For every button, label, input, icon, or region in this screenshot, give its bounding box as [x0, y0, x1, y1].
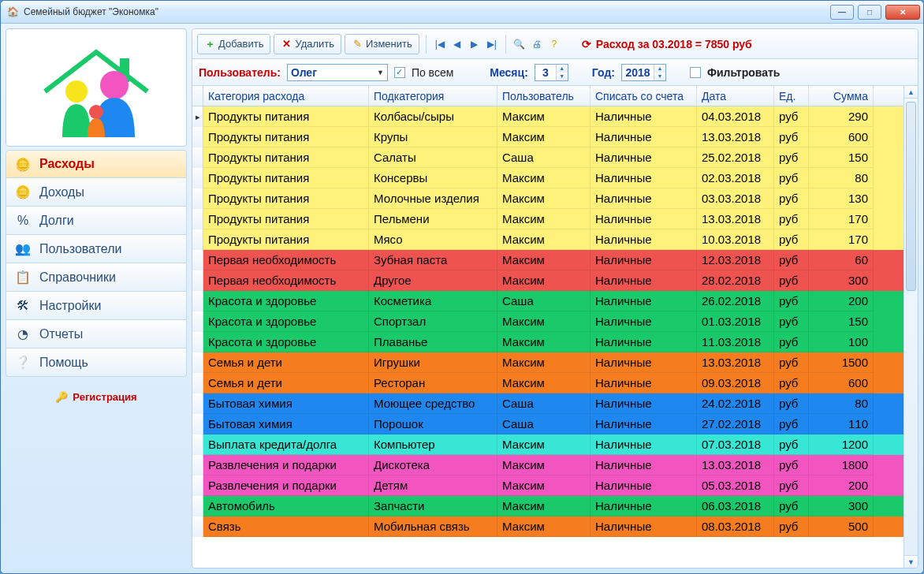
table-row[interactable]: Продукты питанияКрупыМаксимНаличные13.03… — [192, 127, 904, 147]
prev-icon[interactable]: ◀ — [450, 37, 464, 51]
close-button[interactable]: ✕ — [885, 5, 920, 20]
cell-category: Связь — [203, 516, 369, 537]
table-row[interactable]: Выплата кредита/долгаКомпьютерМаксимНали… — [192, 434, 904, 455]
cell-category: Продукты питания — [203, 147, 369, 168]
header-category[interactable]: Категория расхода — [203, 86, 369, 106]
header-sum[interactable]: Сумма — [809, 86, 874, 106]
row-indicator — [192, 414, 203, 434]
scroll-down-icon[interactable]: ▼ — [904, 555, 918, 568]
next-icon[interactable]: ▶ — [468, 37, 482, 51]
sidebar-item-4[interactable]: 📋Справочники — [6, 263, 187, 292]
table-row[interactable]: Развлечения и подаркиДетямМаксимНаличные… — [192, 475, 904, 496]
row-indicator — [192, 434, 203, 455]
sidebar-item-6[interactable]: ◔Отчеты — [6, 320, 187, 348]
table-row[interactable]: Продукты питанияСалатыСашаНаличные25.02.… — [192, 147, 904, 168]
scroll-thumb[interactable] — [906, 102, 916, 291]
down-icon[interactable]: ▼ — [557, 73, 568, 80]
table-row[interactable]: ▸Продукты питанияКолбасы/сырыМаксимНалич… — [192, 106, 904, 127]
table-row[interactable]: Красота и здоровьеКосметикаСашаНаличные2… — [192, 291, 904, 311]
sidebar-item-3[interactable]: 👥Пользователи — [6, 235, 187, 263]
scroll-up-icon[interactable]: ▲ — [904, 86, 918, 99]
year-spinner[interactable]: 2018 ▲▼ — [621, 64, 666, 81]
pencil-icon: ✎ — [352, 39, 363, 50]
month-value: 3 — [535, 66, 556, 79]
cell-subcategory: Дискотека — [369, 455, 497, 475]
add-button[interactable]: ＋Добавить — [197, 34, 270, 54]
cell-category: Развлечения и подарки — [203, 455, 369, 475]
print-icon[interactable]: 🖨 — [530, 37, 544, 51]
table-row[interactable]: СвязьМобильная связьМаксимНаличные08.03.… — [192, 516, 904, 537]
help-icon[interactable]: ? — [547, 37, 561, 51]
cell-category: Продукты питания — [203, 168, 369, 188]
cell-sum: 80 — [809, 168, 874, 188]
sidebar-item-7[interactable]: ❔Помощь — [6, 348, 187, 377]
cell-sum: 200 — [809, 475, 874, 496]
minimize-button[interactable]: — — [830, 5, 854, 20]
table-row[interactable]: Бытовая химияПорошокСашаНаличные27.02.20… — [192, 414, 904, 434]
table-row[interactable]: Первая необходимостьЗубная пастаМаксимНа… — [192, 250, 904, 270]
cell-date: 05.03.2018 — [697, 475, 774, 496]
table-row[interactable]: Продукты питанияКонсервыМаксимНаличные02… — [192, 168, 904, 188]
header-date[interactable]: Дата — [697, 86, 774, 106]
grid-body: ▸Продукты питанияКолбасы/сырыМаксимНалич… — [192, 106, 904, 568]
table-row[interactable]: Развлечения и подаркиДискотекаМаксимНали… — [192, 455, 904, 475]
sidebar-item-2[interactable]: %Долги — [6, 207, 187, 235]
header-account[interactable]: Списать со счета — [591, 86, 697, 106]
table-row[interactable]: Красота и здоровьеСпортзалМаксимНаличные… — [192, 311, 904, 332]
cell-user: Максим — [497, 475, 591, 496]
cell-unit: руб — [774, 106, 809, 127]
cell-account: Наличные — [591, 291, 697, 311]
cell-subcategory: Крупы — [369, 127, 497, 147]
cell-unit: руб — [774, 516, 809, 537]
delete-button[interactable]: ✕Удалить — [274, 34, 341, 54]
application-window: 🏠 Семейный бюджет "Экономка" — □ ✕ — [0, 0, 924, 574]
sidebar-item-1[interactable]: 🪙Доходы — [6, 178, 187, 207]
cell-subcategory: Запчасти — [369, 496, 497, 516]
last-icon[interactable]: ▶| — [485, 37, 499, 51]
search-icon[interactable]: 🔍 — [512, 37, 527, 51]
down-icon[interactable]: ▼ — [654, 73, 665, 80]
table-row[interactable]: Продукты питанияПельмениМаксимНаличные13… — [192, 209, 904, 229]
row-indicator — [192, 147, 203, 168]
up-icon[interactable]: ▲ — [654, 65, 665, 73]
table-row[interactable]: Первая необходимостьДругоеМаксимНаличные… — [192, 270, 904, 291]
sidebar-item-label: Отчеты — [39, 327, 83, 341]
row-indicator — [192, 352, 203, 373]
list-icon: 📋 — [14, 269, 32, 286]
table-row[interactable]: Красота и здоровьеПлаваньеМаксимНаличные… — [192, 332, 904, 352]
sidebar-item-label: Справочники — [39, 270, 116, 285]
filter-checkbox[interactable] — [690, 67, 701, 78]
cell-user: Максим — [497, 250, 591, 270]
table-row[interactable]: Продукты питанияМясоМаксимНаличные10.03.… — [192, 229, 904, 250]
cell-sum: 500 — [809, 516, 874, 537]
register-link[interactable]: 🔑 Регистрация — [6, 391, 187, 403]
month-spinner[interactable]: 3 ▲▼ — [535, 64, 568, 81]
cell-sum: 200 — [809, 291, 874, 311]
table-row[interactable]: Бытовая химияМоющее средствоСашаНаличные… — [192, 393, 904, 414]
sidebar-item-0[interactable]: 🪙Расходы — [6, 150, 187, 178]
header-user[interactable]: Пользователь — [497, 86, 591, 106]
header-subcategory[interactable]: Подкатегория — [369, 86, 497, 106]
main-panel: ＋Добавить ✕Удалить ✎Изменить |◀ ◀ ▶ ▶| 🔍… — [192, 28, 918, 568]
row-indicator: ▸ — [192, 106, 203, 127]
table-row[interactable]: АвтомобильЗапчастиМаксимНаличные06.03.20… — [192, 496, 904, 516]
sidebar-item-5[interactable]: 🛠Настройки — [6, 292, 187, 320]
edit-button[interactable]: ✎Изменить — [345, 34, 419, 54]
cell-date: 08.03.2018 — [697, 516, 774, 537]
vertical-scrollbar[interactable]: ▲ ▼ — [904, 86, 918, 568]
user-combo[interactable]: Олег ▼ — [287, 64, 388, 81]
cell-sum: 290 — [809, 106, 874, 127]
nav-menu: 🪙Расходы🪙Доходы%Долги👥Пользователи📋Справ… — [6, 150, 187, 377]
table-row[interactable]: Семья и детиРесторанМаксимНаличные09.03.… — [192, 373, 904, 393]
expense-label: Расход за 03.2018 = — [596, 38, 705, 50]
first-icon[interactable]: |◀ — [433, 37, 447, 51]
up-icon[interactable]: ▲ — [557, 65, 568, 73]
cell-account: Наличные — [591, 352, 697, 373]
all-checkbox[interactable]: ✓ — [394, 67, 405, 78]
header-unit[interactable]: Ед. — [774, 86, 809, 106]
table-row[interactable]: Продукты питанияМолочные изделияМаксимНа… — [192, 188, 904, 209]
table-row[interactable]: Семья и детиИгрушкиМаксимНаличные13.03.2… — [192, 352, 904, 373]
sidebar-item-label: Настройки — [39, 299, 101, 313]
maximize-button[interactable]: □ — [858, 5, 881, 20]
refresh-icon[interactable]: ⟳ — [582, 38, 591, 50]
